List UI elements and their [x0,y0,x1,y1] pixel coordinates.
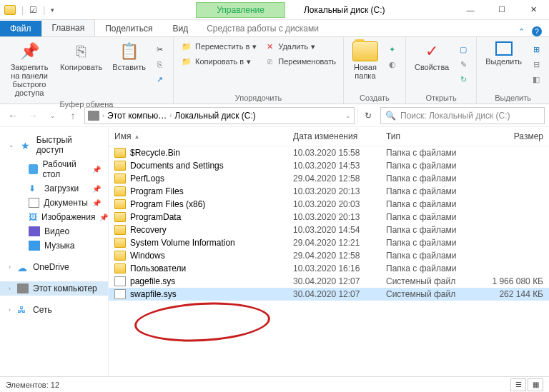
file-type: Папка с файлами [386,212,479,222]
breadcrumb-drive[interactable]: Локальный диск (C:) [174,111,256,121]
ribbon: 📌 Закрепить на панели быстрого доступа ⎘… [0,37,549,104]
sidebar-pictures[interactable]: 🖼Изображения📌 [0,210,108,224]
view-tab[interactable]: Вид [162,21,198,36]
invert-selection-button[interactable]: ◧ [529,73,543,86]
sidebar-downloads[interactable]: ⬇Загрузки📌 [0,181,108,196]
share-tab[interactable]: Поделиться [95,21,162,36]
file-type: Папка с файлами [386,251,479,261]
col-size[interactable]: Размер [479,131,543,141]
chevron-icon[interactable]: › [102,112,104,119]
chevron-icon[interactable]: › [169,112,172,119]
select-icon [495,41,513,56]
sidebar-this-pc[interactable]: ›Этот компьютер [0,281,108,296]
file-row[interactable]: Пользователи10.03.2020 16:16Папка с файл… [109,262,549,275]
shortcut-icon: ↗ [154,74,166,85]
window-controls: — ☐ ✕ [455,0,549,20]
sidebar-quick-access[interactable]: ⌄★Быстрый доступ [0,133,108,157]
new-item-button[interactable]: ✦ [385,43,400,56]
breadcrumb-pc[interactable]: Этот компью… [107,111,167,121]
file-date: 10.03.2020 15:58 [293,148,386,158]
rename-button[interactable]: ⎚Переименовать [262,55,337,68]
breadcrumb[interactable]: › Этот компью… › Локальный диск (C:) ⌄ [84,107,355,124]
history-icon: ↻ [458,74,469,85]
details-view-button[interactable]: ☰ [510,378,526,391]
file-date: 10.03.2020 16:16 [293,263,386,273]
file-row[interactable]: $Recycle.Bin10.03.2020 15:58Папка с файл… [109,146,549,159]
paste-button[interactable]: 📋 Вставить [109,40,149,73]
edit-icon: ✎ [458,59,469,70]
forward-button[interactable]: → [24,107,41,124]
history-button[interactable]: ↻ [456,73,470,86]
home-tab[interactable]: Главная [41,19,96,36]
document-icon [29,198,39,208]
folder-icon [4,5,16,15]
sidebar-desktop[interactable]: Рабочий стол📌 [0,157,108,181]
up-button[interactable]: ↑ [64,107,81,124]
copy-icon: ⎘ [70,41,93,61]
sidebar-video[interactable]: Видео [0,224,108,238]
help-button[interactable]: ? [532,26,542,36]
select-group: Выделить ⊞ ⊟ ◧ Выделить [477,37,549,104]
delete-button[interactable]: ✕Удалить ▾ [262,40,337,53]
sidebar-network[interactable]: ›🖧Сеть [0,303,108,317]
minimize-button[interactable]: — [455,0,486,20]
file-row[interactable]: pagefile.sys30.04.2020 12:07Системный фа… [109,275,549,288]
folder-icon [114,225,126,235]
window-title: Локальный диск (C:) [304,5,385,15]
copyto-button[interactable]: 📁Копировать в ▾ [179,55,258,68]
moveto-button[interactable]: 📁Переместить в ▾ [179,40,258,53]
manage-tab[interactable]: Управление [196,2,285,18]
title-bar: | ☑ | ▾ Управление Локальный диск (C:) —… [0,0,549,20]
properties-button[interactable]: ✓ Свойства [412,40,452,73]
qat-dropdown[interactable]: ▾ [51,6,54,14]
file-row[interactable]: System Volume Information29.04.2020 12:2… [109,236,549,249]
col-type[interactable]: Тип [386,131,479,141]
file-name: pagefile.sys [130,276,175,286]
file-row[interactable]: ProgramData10.03.2020 20:13Папка с файла… [109,211,549,223]
select-all-button[interactable]: ⊞ [529,43,543,56]
file-date: 10.03.2020 20:13 [293,186,386,196]
open-button[interactable]: ▢ [456,43,470,56]
pc-icon [17,283,29,293]
file-row[interactable]: PerfLogs29.04.2020 12:58Папка с файлами [109,172,549,185]
back-button[interactable]: ← [4,107,21,124]
copy-path-button[interactable]: ⎘ [153,58,167,71]
rename-icon: ⎚ [264,56,275,67]
download-icon: ⬇ [29,184,40,194]
file-icon [114,289,126,299]
maximize-button[interactable]: ☐ [486,0,518,20]
file-row[interactable]: Recovery10.03.2020 14:54Папка с файлами [109,223,549,236]
history-dropdown[interactable]: ⌄ [44,107,61,124]
easy-access-button[interactable]: ◐ [385,58,400,71]
file-row[interactable]: Program Files (x86)10.03.2020 20:03Папка… [109,198,549,211]
col-date[interactable]: Дата изменения [293,131,386,141]
col-name[interactable]: Имя ▲ [114,131,293,141]
pin-icon: 📌 [92,166,101,174]
scissors-icon: ✂ [154,44,166,55]
close-button[interactable]: ✕ [518,0,549,20]
open-icon: ▢ [458,44,469,55]
file-row[interactable]: Documents and Settings10.03.2020 14:53Па… [109,159,549,172]
search-input[interactable]: 🔍 Поиск: Локальный диск (C:) [380,107,545,124]
file-row[interactable]: Windows29.04.2020 12:58Папка с файлами [109,249,549,262]
file-tab[interactable]: Файл [0,21,41,36]
thumbnails-view-button[interactable]: ▦ [528,378,543,391]
sidebar-music[interactable]: Музыка [0,238,108,253]
checkbox-icon[interactable]: ☑ [29,5,37,15]
drive-tools-tab[interactable]: Средства работы с дисками [198,21,327,36]
collapse-ribbon-button[interactable]: ⌃ [518,27,525,36]
paste-shortcut-button[interactable]: ↗ [153,73,167,86]
edit-button[interactable]: ✎ [456,58,470,71]
sidebar-onedrive[interactable]: ›☁OneDrive [0,260,108,274]
pin-button[interactable]: 📌 Закрепить на панели быстрого доступа [6,40,53,99]
new-folder-button[interactable]: Новая папка [350,40,381,81]
copy-button[interactable]: ⎘ Копировать [57,40,105,73]
file-row[interactable]: Program Files10.03.2020 20:13Папка с фай… [109,185,549,198]
dropdown-icon[interactable]: ⌄ [345,112,351,119]
select-button[interactable]: Выделить [483,40,525,67]
sidebar-documents[interactable]: Документы📌 [0,196,108,210]
file-row[interactable]: swapfile.sys30.04.2020 12:07Системный фа… [109,288,549,301]
select-none-button[interactable]: ⊟ [529,58,543,71]
cut-button[interactable]: ✂ [153,43,167,56]
refresh-button[interactable]: ↻ [357,107,377,124]
